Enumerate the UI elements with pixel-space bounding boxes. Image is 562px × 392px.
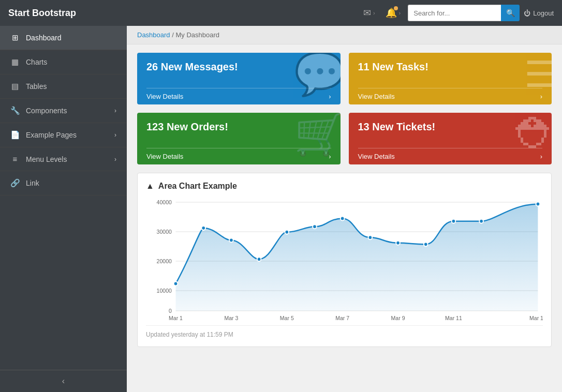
sidebar-label-charts: Charts [26,58,47,66]
search-button[interactable]: 🔍 [501,5,520,21]
stat-card-messages[interactable]: 26 New Messages! 💬 View Details › [137,53,341,104]
svg-point-16 [341,217,345,221]
sidebar-toggle-button[interactable]: ‹ [0,370,127,392]
svg-text:Mar 11: Mar 11 [445,315,462,321]
sidebar-item-link[interactable]: 🔗 Link [0,171,127,195]
components-icon: 🔧 [10,106,20,115]
tickets-title: 13 New Tickets! [358,121,543,133]
stat-card-tickets[interactable]: 13 New Tickets! ⛑ View Details › [349,113,552,164]
sidebar-label-tables: Tables [26,82,47,91]
bell-button[interactable]: 🔔 › [382,5,404,21]
orders-view-details: View Details [146,153,183,160]
dashboard-icon: ⊞ [10,33,20,42]
svg-text:0: 0 [169,308,172,314]
logout-icon: ⏻ [524,9,530,17]
svg-text:10000: 10000 [157,288,172,294]
svg-point-18 [396,241,400,245]
brand-title: Start Bootstrap [8,8,76,19]
sidebar-item-components[interactable]: 🔧 Components › [0,99,127,123]
link-icon: 🔗 [10,178,20,188]
chart-title: ▲ Area Chart Example [146,182,543,191]
breadcrumb-current: My Dashboard [175,31,219,39]
orders-bg-icon: 🛒 [294,113,341,158]
svg-point-19 [424,242,428,246]
logout-button[interactable]: ⏻ Logout [524,9,554,17]
bell-icon: 🔔 [386,7,397,19]
svg-point-12 [229,238,233,243]
chart-updated-text: Updated yesterday at 11:59 PM [146,331,233,338]
chart-title-text: Area Chart Example [158,182,237,191]
stat-card-orders[interactable]: 123 New Orders! 🛒 View Details › [137,113,341,164]
chart-container: 40000 30000 20000 10000 0 [146,197,543,321]
svg-point-13 [257,257,261,261]
stat-card-tasks[interactable]: 11 New Tasks! ☰ View Details › [349,53,552,104]
layout: ⊞ Dashboard ▦ Charts ▤ Tables 🔧 Componen… [0,26,562,392]
mail-icon: ✉ [363,7,371,19]
example-pages-icon: 📄 [10,130,20,140]
messages-bg-icon: 💬 [294,53,341,98]
tasks-title: 11 New Tasks! [358,61,543,73]
tasks-footer[interactable]: View Details › [358,88,543,104]
tables-icon: ▤ [10,82,20,91]
top-navbar: Start Bootstrap ✉ › 🔔 › 🔍 ⏻ Logout [0,0,562,26]
navbar-right: ✉ › 🔔 › 🔍 ⏻ Logout [360,5,554,21]
svg-text:Mar 3: Mar 3 [224,315,238,321]
tasks-bg-icon: ☰ [524,53,552,96]
bell-chevron-icon: › [399,10,401,16]
sidebar-item-charts[interactable]: ▦ Charts [0,50,127,74]
stat-cards-grid: 26 New Messages! 💬 View Details › 11 New… [127,44,562,173]
svg-point-10 [174,282,178,286]
example-pages-arrow-icon: › [114,131,116,139]
breadcrumb: Dashboard / My Dashboard [127,26,562,44]
messages-view-details: View Details [146,93,183,100]
mail-chevron-icon: › [373,10,375,16]
svg-text:40000: 40000 [157,199,172,205]
main-content: Dashboard / My Dashboard 26 New Messages… [127,26,562,392]
sidebar-label-link: Link [26,179,39,187]
svg-point-15 [313,224,317,229]
tasks-view-details: View Details [358,93,395,100]
sidebar-item-dashboard[interactable]: ⊞ Dashboard [0,26,127,50]
sidebar-label-example-pages: Example Pages [26,131,77,139]
svg-point-22 [536,202,540,206]
chart-footer: Updated yesterday at 11:59 PM [146,325,543,338]
breadcrumb-separator: / [172,31,174,39]
components-arrow-icon: › [114,107,116,114]
svg-text:Mar 13: Mar 13 [529,315,543,321]
tickets-view-details: View Details [358,153,395,160]
charts-icon: ▦ [10,57,20,67]
svg-point-21 [479,219,483,223]
area-chart-svg: 40000 30000 20000 10000 0 [146,197,543,321]
svg-text:Mar 7: Mar 7 [335,315,349,321]
svg-text:Mar 9: Mar 9 [391,315,405,321]
sidebar: ⊞ Dashboard ▦ Charts ▤ Tables 🔧 Componen… [0,26,127,392]
svg-text:Mar 1: Mar 1 [169,315,183,321]
search-input[interactable] [408,5,501,21]
svg-text:Mar 5: Mar 5 [280,315,294,321]
chart-section: ▲ Area Chart Example 40000 30000 20000 1… [137,173,552,347]
sidebar-label-menu-levels: Menu Levels [26,155,67,163]
chart-icon: ▲ [146,182,154,191]
menu-levels-arrow-icon: › [114,156,116,163]
menu-levels-icon: ≡ [10,155,20,163]
sidebar-label-dashboard: Dashboard [26,34,62,42]
svg-point-11 [201,226,205,230]
tickets-bg-icon: ⛑ [515,113,552,158]
sidebar-item-example-pages[interactable]: 📄 Example Pages › [0,123,127,147]
tickets-footer[interactable]: View Details › [358,148,543,164]
search-wrap: 🔍 [408,5,520,21]
sidebar-item-menu-levels[interactable]: ≡ Menu Levels › [0,147,127,171]
svg-point-14 [285,230,289,234]
svg-text:30000: 30000 [157,229,172,235]
svg-point-17 [368,235,373,239]
sidebar-item-tables[interactable]: ▤ Tables [0,74,127,99]
mail-button[interactable]: ✉ › [360,5,378,21]
svg-text:20000: 20000 [157,258,172,264]
logout-label: Logout [533,9,554,17]
sidebar-label-components: Components [26,107,67,115]
breadcrumb-home-link[interactable]: Dashboard [137,31,170,39]
svg-point-20 [452,219,456,223]
